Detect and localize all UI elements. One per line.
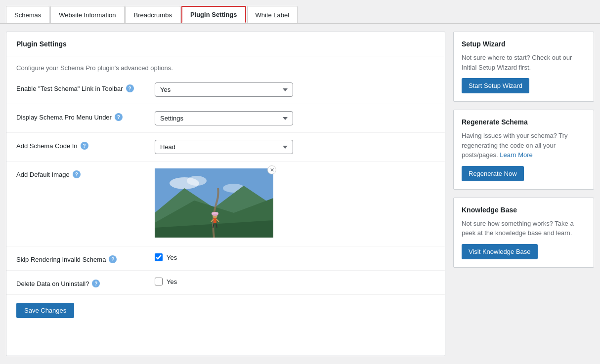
remove-image-button[interactable]: ✕ (267, 165, 276, 174)
help-icon-skip-invalid[interactable]: ? (109, 255, 117, 263)
main-layout: Plugin Settings Configure your Schema Pr… (0, 24, 600, 364)
row-label-skip-invalid: Skip Rendering Invalid Schema ? (16, 253, 155, 263)
row-label-schema-code: Add Schema Code In ? (16, 140, 155, 150)
row-label-test-schema: Enable "Test Schema" Link in Toolbar ? (16, 82, 155, 92)
help-icon-delete-data[interactable]: ? (92, 280, 100, 287)
panel-title: Plugin Settings (6, 32, 445, 56)
row-label-schema-menu: Display Schema Pro Menu Under ? (16, 111, 155, 121)
tabs-bar: Schemas Website Information Breadcrumbs … (0, 0, 600, 24)
row-schema-code-in: Add Schema Code In ? Head Footer Body (6, 133, 445, 162)
help-icon-schema-code[interactable]: ? (81, 142, 88, 150)
left-panel: Plugin Settings Configure your Schema Pr… (6, 32, 445, 356)
tab-white-label[interactable]: White Label (247, 6, 298, 23)
row-control-schema-code: Head Footer Body (155, 140, 435, 154)
right-sidebar: Setup Wizard Not sure where to start? Ch… (453, 32, 594, 356)
tab-plugin-settings[interactable]: Plugin Settings (181, 6, 246, 23)
setup-wizard-title: Setup Wizard (462, 40, 586, 48)
panel-description: Configure your Schema Pro plugin's advan… (6, 56, 445, 76)
row-label-delete-data: Delete Data on Uninstall? ? (16, 278, 155, 287)
select-schema-menu[interactable]: Settings Tools Appearance (155, 111, 293, 125)
regenerate-schema-text: Having issues with your schema? Try rege… (462, 131, 586, 160)
row-label-text-6: Delete Data on Uninstall? (16, 280, 89, 287)
knowledge-base-title: Knowledge Base (462, 206, 586, 214)
row-schema-pro-menu: Display Schema Pro Menu Under ? Settings… (6, 104, 445, 133)
checkbox-skip-invalid[interactable] (155, 253, 163, 261)
row-label-text-4: Add Default Image (16, 171, 70, 178)
row-test-schema-toolbar: Enable "Test Schema" Link in Toolbar ? Y… (6, 76, 445, 104)
start-setup-wizard-button[interactable]: Start Setup Wizard (462, 78, 529, 93)
row-label-text: Enable "Test Schema" Link in Toolbar (16, 85, 123, 92)
row-label-text-2: Display Schema Pro Menu Under (16, 114, 112, 121)
checkbox-label-text-skip: Yes (167, 254, 177, 261)
row-control-test-schema: Yes No (155, 82, 435, 97)
knowledge-base-text: Not sure how something works? Take a pee… (462, 219, 586, 238)
checkbox-label-text-delete: Yes (167, 278, 177, 285)
help-icon-schema-menu[interactable]: ? (115, 113, 123, 121)
default-image-preview (155, 168, 273, 238)
select-schema-code[interactable]: Head Footer Body (155, 140, 293, 154)
regenerate-schema-card: Regenerate Schema Having issues with you… (453, 110, 594, 190)
learn-more-link[interactable]: Learn More (500, 151, 532, 159)
save-row: Save Changes (6, 295, 445, 328)
image-wrapper: ✕ (155, 168, 273, 239)
regenerate-schema-title: Regenerate Schema (462, 118, 586, 126)
knowledge-base-card: Knowledge Base Not sure how something wo… (453, 198, 594, 268)
visit-knowledge-base-button[interactable]: Visit Knowledge Base (462, 244, 538, 259)
row-label-text-5: Skip Rendering Invalid Schema (16, 256, 106, 263)
tab-schemas[interactable]: Schemas (6, 6, 49, 23)
row-control-schema-menu: Settings Tools Appearance (155, 111, 435, 125)
setup-wizard-card: Setup Wizard Not sure where to start? Ch… (453, 32, 594, 102)
checkbox-label-skip-invalid[interactable]: Yes (155, 253, 435, 261)
row-label-default-image: Add Default Image ? (16, 168, 155, 178)
checkbox-delete-data[interactable] (155, 278, 163, 285)
page-wrapper: Schemas Website Information Breadcrumbs … (0, 0, 600, 364)
row-delete-data: Delete Data on Uninstall? ? Yes (6, 271, 445, 295)
svg-rect-8 (214, 218, 216, 223)
row-default-image: Add Default Image ? (6, 162, 445, 246)
regenerate-now-button[interactable]: Regenerate Now (462, 166, 524, 181)
checkbox-label-delete-data[interactable]: Yes (155, 278, 435, 285)
tab-breadcrumbs[interactable]: Breadcrumbs (126, 6, 180, 23)
save-button[interactable]: Save Changes (16, 303, 74, 318)
help-icon-default-image[interactable]: ? (73, 170, 81, 178)
row-label-text-3: Add Schema Code In (16, 142, 78, 150)
row-control-default-image: ✕ (155, 168, 435, 239)
svg-rect-14 (212, 212, 218, 214)
svg-point-2 (187, 176, 207, 186)
select-test-schema[interactable]: Yes No (155, 82, 293, 97)
row-control-delete-data: Yes (155, 278, 435, 285)
setup-wizard-text: Not sure where to start? Check out our I… (462, 53, 586, 72)
help-icon-test-schema[interactable]: ? (126, 84, 134, 92)
row-skip-invalid-schema: Skip Rendering Invalid Schema ? Yes (6, 246, 445, 271)
row-control-skip-invalid: Yes (155, 253, 435, 261)
tab-website-information[interactable]: Website Information (50, 6, 124, 23)
